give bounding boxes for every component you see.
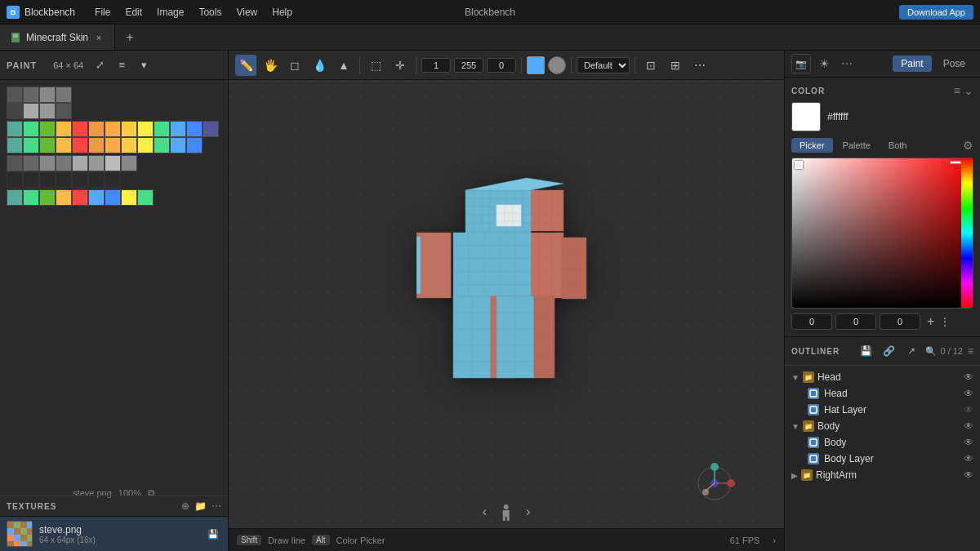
child-body-layer[interactable]: Body Layer 👁 [785,451,980,467]
brush-size-input[interactable] [421,58,451,73]
outliner-search[interactable]: 🔍 0 / 12 [925,346,963,357]
mirror-tool[interactable]: ⊡ [640,55,662,76]
fill-tool[interactable]: 🖐 [260,55,281,76]
tab-close-button[interactable]: × [93,32,105,43]
left-panel: PAINT 64 × 64 ⤢ ≡ ▾ [0,51,229,551]
value3-input[interactable] [487,58,516,73]
menu-image[interactable]: Image [150,5,190,20]
opacity-input[interactable] [454,58,483,73]
body-mesh-icon [808,437,819,448]
right-arm-visibility-icon[interactable]: 👁 [964,469,973,481]
outliner-more-btn[interactable]: ≡ [968,345,973,357]
grid-toggle[interactable]: ⊞ [665,55,686,76]
svg-rect-93 [810,455,817,462]
outliner-save-btn[interactable]: 💾 [857,342,875,360]
child-hat-layer[interactable]: Hat Layer 👁 [785,402,980,418]
hat-layer-eye-icon[interactable]: 👁 [964,404,973,415]
separator-5 [635,57,635,73]
body-visibility-icon[interactable]: 👁 [964,420,973,432]
sun-icon[interactable]: ☀ [814,54,834,73]
outliner-title: OUTLINER [791,347,840,356]
head-visibility-icon[interactable]: 👁 [964,371,973,383]
more-view-icon[interactable]: ⋯ [837,54,857,73]
color-mode-tabs: Picker Palette Both ⚙ [791,138,973,153]
color-close-btn[interactable]: ⌄ [964,84,973,97]
background-color-swatch[interactable] [548,56,566,74]
hue-cursor [950,161,961,164]
rgb-add-btn[interactable]: + [927,314,934,329]
foreground-color-swatch[interactable] [527,56,545,74]
blend-mode-select[interactable]: Default [577,57,630,73]
outliner-link-btn[interactable]: 🔗 [880,342,898,360]
texture-item[interactable]: steve.png 64 x 64px (16x) 💾 [0,517,228,551]
texture-name: steve.png [39,524,198,535]
svg-point-85 [702,489,709,495]
tab-paint[interactable]: Paint [893,56,931,72]
textures-section: TEXTURES ⊕ 📁 ⋯ [0,495,228,551]
tab-minecraft-skin[interactable]: Minecraft Skin × [0,24,115,50]
brush-tool[interactable]: ✏️ [235,55,256,76]
head-child-eye-icon[interactable]: 👁 [964,388,973,399]
menu-tools[interactable]: Tools [192,5,228,20]
b-input[interactable] [880,313,920,330]
svg-rect-89 [507,517,510,521]
separator-1 [359,57,360,73]
nav-next[interactable]: › [526,504,530,519]
camera-icon[interactable]: 📷 [791,54,811,73]
axis-widget [694,463,735,504]
child-body[interactable]: Body 👁 [785,434,980,451]
color-preview-swatch[interactable] [791,102,821,131]
body-child-label: Body [824,437,846,448]
r-input[interactable] [791,313,832,330]
menu-edit[interactable]: Edit [118,5,149,20]
more-options[interactable]: ⋯ [689,55,710,76]
g-input[interactable] [835,313,876,330]
head-chevron-icon: ▼ [791,373,800,382]
right-arm-group-label: RightArm [816,469,857,481]
nav-prev[interactable]: ‹ [483,504,487,519]
eraser-tool[interactable]: ◻ [284,55,305,76]
outliner-expand-btn[interactable]: ↗ [902,342,920,360]
child-head[interactable]: Head 👁 [785,385,980,402]
color-settings-icon[interactable]: ⚙ [963,139,973,152]
texture-more-btn[interactable]: ⋯ [212,500,221,512]
gradient-tool[interactable]: ▲ [333,55,354,76]
tab-picker[interactable]: Picker [791,138,833,153]
color-picker-area[interactable] [791,158,973,309]
menu-help[interactable]: Help [265,5,299,20]
body-layer-eye-icon[interactable]: 👁 [964,453,973,464]
group-right-arm[interactable]: ▶ 📁 RightArm 👁 [785,467,980,483]
body-child-eye-icon[interactable]: 👁 [964,437,973,448]
hue-bar[interactable] [961,158,973,308]
separator-3 [521,57,522,73]
mode-select-icon[interactable]: ≡ [112,56,131,75]
color-collapse-btn[interactable]: ≡ [954,84,960,97]
menu-view[interactable]: View [229,5,264,20]
color-picker-tool[interactable]: 💧 [309,55,330,76]
dropdown-icon[interactable]: ▾ [134,56,154,75]
right-arm-folder-icon: 📁 [801,469,813,481]
rgb-more-btn[interactable]: ⋮ [939,315,951,328]
expand-status[interactable]: › [773,535,776,545]
texture-thumbnail [7,521,33,547]
group-body[interactable]: ▼ 📁 Body 👁 [785,418,980,434]
minecraft-character [416,174,596,435]
person-icon [497,502,516,522]
center-panel: ✏️ 🖐 ◻ 💧 ▲ ⬚ ✛ Default ⊡ [229,51,784,551]
tab-pose[interactable]: Pose [935,56,973,72]
canvas-area[interactable]: ‹ › [229,80,784,528]
texture-add-btn[interactable]: ⊕ [181,500,189,512]
new-tab-button[interactable]: + [118,26,141,49]
paint-canvas[interactable]: steve.png 100% ⧉ TEXTURES ⊕ 📁 ⋯ [0,80,228,551]
texture-info: steve.png 64 x 64px (16x) [39,524,198,544]
select-tool[interactable]: ⬚ [365,55,386,76]
texture-save-btn[interactable]: 💾 [205,526,221,542]
expand-icon[interactable]: ⤢ [90,56,109,75]
texture-folder-btn[interactable]: 📁 [194,500,207,512]
tab-both[interactable]: Both [880,138,915,153]
group-head[interactable]: ▼ 📁 Head 👁 [785,369,980,385]
download-button[interactable]: Download App [899,5,973,20]
menu-file[interactable]: File [88,5,117,20]
tab-palette[interactable]: Palette [835,138,879,153]
move-tool[interactable]: ✛ [390,55,411,76]
